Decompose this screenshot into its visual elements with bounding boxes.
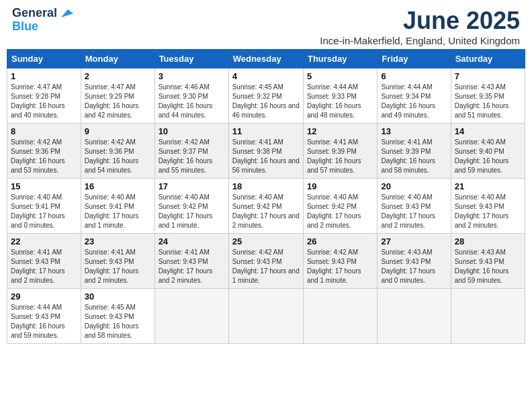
col-header-thursday: Thursday	[303, 50, 377, 68]
calendar-cell: 3Sunrise: 4:46 AMSunset: 9:30 PMDaylight…	[154, 68, 228, 124]
day-info: Sunrise: 4:46 AMSunset: 9:30 PMDaylight:…	[159, 83, 225, 120]
col-header-friday: Friday	[378, 50, 451, 68]
day-info: Sunrise: 4:41 AMSunset: 9:43 PMDaylight:…	[11, 248, 77, 285]
calendar-week-row: 15Sunrise: 4:40 AMSunset: 9:41 PMDayligh…	[7, 179, 525, 234]
day-info: Sunrise: 4:43 AMSunset: 9:43 PMDaylight:…	[381, 248, 447, 285]
calendar-week-row: 29Sunrise: 4:44 AMSunset: 9:43 PMDayligh…	[7, 289, 525, 344]
calendar-header-row: SundayMondayTuesdayWednesdayThursdayFrid…	[7, 50, 525, 68]
logo: General Blue	[12, 7, 73, 34]
logo-icon	[58, 8, 73, 19]
day-number: 27	[381, 236, 447, 246]
calendar-cell: 21Sunrise: 4:40 AMSunset: 9:43 PMDayligh…	[451, 179, 525, 234]
calendar-week-row: 22Sunrise: 4:41 AMSunset: 9:43 PMDayligh…	[7, 234, 525, 289]
calendar-cell: 29Sunrise: 4:44 AMSunset: 9:43 PMDayligh…	[7, 289, 81, 344]
col-header-wednesday: Wednesday	[228, 50, 303, 68]
day-info: Sunrise: 4:43 AMSunset: 9:43 PMDaylight:…	[455, 248, 521, 285]
calendar-cell: 14Sunrise: 4:40 AMSunset: 9:40 PMDayligh…	[451, 124, 525, 179]
day-number: 26	[307, 236, 373, 246]
calendar-cell: 30Sunrise: 4:45 AMSunset: 9:43 PMDayligh…	[81, 289, 154, 344]
day-info: Sunrise: 4:45 AMSunset: 9:32 PMDaylight:…	[232, 83, 300, 120]
calendar-cell: 4Sunrise: 4:45 AMSunset: 9:32 PMDaylight…	[228, 68, 303, 124]
calendar-cell	[451, 289, 525, 344]
calendar-cell	[228, 289, 303, 344]
day-info: Sunrise: 4:44 AMSunset: 9:34 PMDaylight:…	[381, 83, 447, 120]
calendar-cell: 13Sunrise: 4:41 AMSunset: 9:39 PMDayligh…	[378, 124, 451, 179]
logo-general: General	[12, 7, 57, 20]
calendar-cell: 1Sunrise: 4:47 AMSunset: 9:28 PMDaylight…	[7, 68, 81, 124]
day-info: Sunrise: 4:41 AMSunset: 9:43 PMDaylight:…	[159, 248, 225, 285]
day-number: 16	[85, 181, 151, 191]
calendar-cell: 25Sunrise: 4:42 AMSunset: 9:43 PMDayligh…	[228, 234, 303, 289]
calendar-cell: 26Sunrise: 4:42 AMSunset: 9:43 PMDayligh…	[303, 234, 377, 289]
calendar-cell: 15Sunrise: 4:40 AMSunset: 9:41 PMDayligh…	[7, 179, 81, 234]
day-info: Sunrise: 4:40 AMSunset: 9:40 PMDaylight:…	[455, 138, 521, 175]
calendar-cell	[154, 289, 228, 344]
calendar-cell	[378, 289, 451, 344]
calendar-cell: 12Sunrise: 4:41 AMSunset: 9:39 PMDayligh…	[303, 124, 377, 179]
day-info: Sunrise: 4:41 AMSunset: 9:39 PMDaylight:…	[381, 138, 447, 175]
day-info: Sunrise: 4:41 AMSunset: 9:43 PMDaylight:…	[85, 248, 151, 285]
calendar-cell: 23Sunrise: 4:41 AMSunset: 9:43 PMDayligh…	[81, 234, 154, 289]
day-info: Sunrise: 4:47 AMSunset: 9:29 PMDaylight:…	[85, 83, 151, 120]
title-block: June 2025 Ince-in-Makerfield, England, U…	[320, 7, 520, 46]
day-info: Sunrise: 4:41 AMSunset: 9:38 PMDaylight:…	[232, 138, 300, 175]
logo-blue: Blue	[12, 20, 38, 34]
day-number: 25	[232, 236, 300, 246]
day-number: 29	[11, 291, 77, 302]
day-number: 28	[455, 236, 521, 246]
day-info: Sunrise: 4:42 AMSunset: 9:43 PMDaylight:…	[232, 248, 300, 285]
day-number: 8	[11, 126, 77, 136]
day-info: Sunrise: 4:40 AMSunset: 9:42 PMDaylight:…	[232, 193, 300, 230]
col-header-saturday: Saturday	[451, 50, 525, 68]
calendar-week-row: 1Sunrise: 4:47 AMSunset: 9:28 PMDaylight…	[7, 68, 525, 124]
day-number: 24	[159, 236, 225, 246]
day-number: 13	[381, 126, 447, 136]
day-info: Sunrise: 4:42 AMSunset: 9:37 PMDaylight:…	[159, 138, 225, 175]
day-number: 18	[232, 181, 300, 191]
calendar-cell: 16Sunrise: 4:40 AMSunset: 9:41 PMDayligh…	[81, 179, 154, 234]
svg-marker-0	[61, 9, 73, 17]
day-number: 2	[85, 71, 151, 81]
calendar-cell: 5Sunrise: 4:44 AMSunset: 9:33 PMDaylight…	[303, 68, 377, 124]
day-number: 10	[159, 126, 225, 136]
location-title: Ince-in-Makerfield, England, United King…	[320, 35, 520, 46]
day-info: Sunrise: 4:40 AMSunset: 9:42 PMDaylight:…	[307, 193, 373, 230]
day-number: 12	[307, 126, 373, 136]
day-number: 7	[455, 71, 521, 81]
calendar-cell: 28Sunrise: 4:43 AMSunset: 9:43 PMDayligh…	[451, 234, 525, 289]
day-info: Sunrise: 4:47 AMSunset: 9:28 PMDaylight:…	[11, 83, 77, 120]
month-title: June 2025	[320, 7, 520, 35]
calendar-cell: 9Sunrise: 4:42 AMSunset: 9:36 PMDaylight…	[81, 124, 154, 179]
day-number: 20	[381, 181, 447, 191]
calendar-cell: 18Sunrise: 4:40 AMSunset: 9:42 PMDayligh…	[228, 179, 303, 234]
page-header: General Blue June 2025 Ince-in-Makerfiel…	[7, 7, 525, 46]
day-info: Sunrise: 4:40 AMSunset: 9:43 PMDaylight:…	[381, 193, 447, 230]
col-header-monday: Monday	[81, 50, 154, 68]
day-info: Sunrise: 4:42 AMSunset: 9:36 PMDaylight:…	[11, 138, 77, 175]
calendar-cell: 10Sunrise: 4:42 AMSunset: 9:37 PMDayligh…	[154, 124, 228, 179]
col-header-tuesday: Tuesday	[154, 50, 228, 68]
calendar-cell: 8Sunrise: 4:42 AMSunset: 9:36 PMDaylight…	[7, 124, 81, 179]
day-number: 9	[85, 126, 151, 136]
day-info: Sunrise: 4:43 AMSunset: 9:35 PMDaylight:…	[455, 83, 521, 120]
day-number: 3	[159, 71, 225, 81]
day-number: 5	[307, 71, 373, 81]
day-info: Sunrise: 4:45 AMSunset: 9:43 PMDaylight:…	[85, 303, 151, 340]
calendar-cell: 19Sunrise: 4:40 AMSunset: 9:42 PMDayligh…	[303, 179, 377, 234]
calendar-week-row: 8Sunrise: 4:42 AMSunset: 9:36 PMDaylight…	[7, 124, 525, 179]
day-info: Sunrise: 4:40 AMSunset: 9:41 PMDaylight:…	[85, 193, 151, 230]
day-number: 15	[11, 181, 77, 191]
calendar-cell: 20Sunrise: 4:40 AMSunset: 9:43 PMDayligh…	[378, 179, 451, 234]
day-number: 6	[381, 71, 447, 81]
calendar-cell: 2Sunrise: 4:47 AMSunset: 9:29 PMDaylight…	[81, 68, 154, 124]
calendar-cell: 11Sunrise: 4:41 AMSunset: 9:38 PMDayligh…	[228, 124, 303, 179]
day-number: 21	[455, 181, 521, 191]
calendar-cell: 27Sunrise: 4:43 AMSunset: 9:43 PMDayligh…	[378, 234, 451, 289]
day-info: Sunrise: 4:44 AMSunset: 9:43 PMDaylight:…	[11, 303, 77, 340]
day-number: 23	[85, 236, 151, 246]
day-info: Sunrise: 4:44 AMSunset: 9:33 PMDaylight:…	[307, 83, 373, 120]
day-info: Sunrise: 4:41 AMSunset: 9:39 PMDaylight:…	[307, 138, 373, 175]
day-info: Sunrise: 4:40 AMSunset: 9:43 PMDaylight:…	[455, 193, 521, 230]
day-number: 19	[307, 181, 373, 191]
day-info: Sunrise: 4:40 AMSunset: 9:42 PMDaylight:…	[159, 193, 225, 230]
